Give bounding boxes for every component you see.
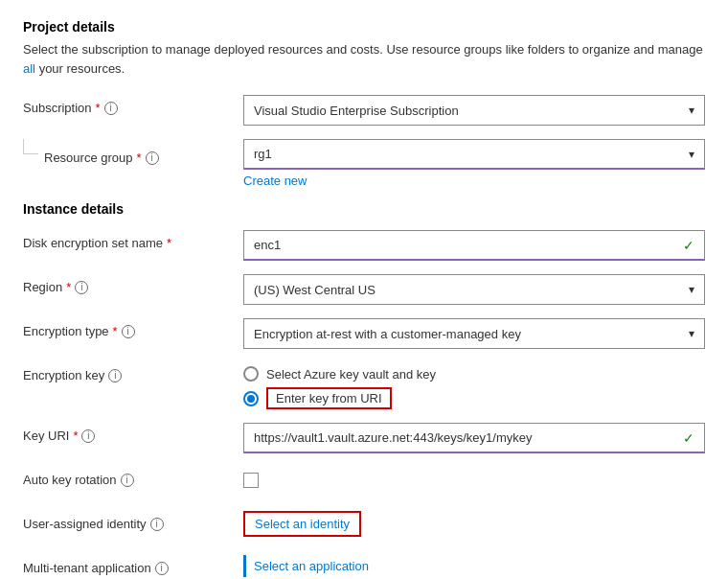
select-application-button[interactable]: Select an application — [243, 555, 705, 577]
disk-encryption-check-icon: ✓ — [683, 238, 694, 253]
encryption-key-option1-label: Select Azure key vault and key — [266, 367, 436, 382]
indent-line — [23, 139, 38, 154]
user-assigned-identity-group: User-assigned identity i Select an ident… — [23, 511, 705, 542]
resource-group-group: Resource group * i rg1 ▾ Create new — [23, 139, 705, 188]
key-uri-check-icon: ✓ — [683, 430, 694, 446]
create-new-link[interactable]: Create new — [243, 174, 307, 188]
resource-group-select[interactable]: rg1 ▾ — [243, 139, 705, 170]
key-uri-control: https://vault1.vault.azure.net:443/keys/… — [243, 423, 705, 453]
region-info-icon[interactable]: i — [75, 281, 88, 294]
key-uri-value: https://vault1.vault.azure.net:443/keys/… — [254, 430, 532, 445]
region-chevron-icon: ▾ — [689, 283, 694, 296]
encryption-key-radio2-icon — [243, 391, 259, 406]
key-uri-info-icon[interactable]: i — [81, 429, 95, 443]
resource-group-chevron-icon: ▾ — [689, 148, 694, 161]
encryption-key-option2-label: Enter key from URI — [266, 387, 392, 409]
auto-key-rotation-checkbox[interactable] — [243, 473, 259, 488]
region-label: Region * i — [23, 274, 243, 294]
subscription-chevron-icon: ▾ — [689, 104, 694, 117]
resource-group-label-container: Resource group * i — [23, 139, 243, 165]
instance-details-section: Instance details Disk encryption set nam… — [23, 201, 705, 579]
select-identity-button[interactable]: Select an identity — [243, 511, 361, 537]
region-group: Region * i (US) West Central US ▾ — [23, 274, 705, 305]
encryption-key-group: Encryption key i Select Azure key vault … — [23, 362, 705, 409]
encryption-type-select[interactable]: Encryption at-rest with a customer-manag… — [243, 318, 705, 349]
disk-encryption-name-control: enc1 ✓ — [243, 230, 705, 261]
multi-tenant-application-group: Multi-tenant application i Select an app… — [23, 555, 705, 579]
key-uri-input[interactable]: https://vault1.vault.azure.net:443/keys/… — [243, 423, 705, 453]
resource-group-value: rg1 — [254, 147, 272, 161]
encryption-key-control: Select Azure key vault and key Enter key… — [243, 362, 705, 409]
subscription-info-icon[interactable]: i — [104, 102, 118, 115]
key-uri-required: * — [73, 428, 78, 443]
auto-key-rotation-label: Auto key rotation i — [23, 467, 243, 487]
resource-group-label: Resource group * i — [44, 145, 264, 165]
resource-group-control: rg1 ▾ Create new — [243, 139, 705, 188]
encryption-type-label: Encryption type * i — [23, 318, 243, 338]
disk-encryption-name-input[interactable]: enc1 ✓ — [243, 230, 705, 261]
subscription-select[interactable]: Visual Studio Enterprise Subscription ▾ — [243, 95, 705, 126]
user-assigned-identity-control: Select an identity — [243, 511, 705, 537]
encryption-key-label: Encryption key i — [23, 362, 243, 382]
user-assigned-identity-info-icon[interactable]: i — [150, 518, 164, 531]
region-required: * — [66, 280, 71, 294]
project-details-description: Select the subscription to manage deploy… — [23, 40, 705, 78]
disk-encryption-name-label: Disk encryption set name * — [23, 230, 243, 250]
encryption-key-radio-group: Select Azure key vault and key Enter key… — [243, 362, 705, 409]
all-resources-link[interactable]: all — [23, 61, 35, 76]
region-select[interactable]: (US) West Central US ▾ — [243, 274, 705, 305]
encryption-key-option2[interactable]: Enter key from URI — [243, 387, 705, 409]
key-uri-label: Key URI * i — [23, 423, 243, 443]
region-value: (US) West Central US — [254, 283, 375, 297]
select-application-label: Select an application — [254, 559, 369, 573]
select-identity-label: Select an identity — [255, 517, 350, 531]
project-details-section: Project details Select the subscription … — [23, 19, 705, 188]
encryption-key-radio1-icon — [243, 366, 259, 382]
encryption-key-option1[interactable]: Select Azure key vault and key — [243, 366, 705, 382]
encryption-type-chevron-icon: ▾ — [689, 327, 694, 340]
subscription-control: Visual Studio Enterprise Subscription ▾ — [243, 95, 705, 126]
user-assigned-identity-label: User-assigned identity i — [23, 511, 243, 531]
encryption-type-group: Encryption type * i Encryption at-rest w… — [23, 318, 705, 349]
project-details-title: Project details — [23, 19, 705, 35]
resource-group-required: * — [137, 151, 142, 165]
resource-group-info-icon[interactable]: i — [146, 151, 159, 165]
region-control: (US) West Central US ▾ — [243, 274, 705, 305]
disk-encryption-name-group: Disk encryption set name * enc1 ✓ — [23, 230, 705, 261]
auto-key-rotation-info-icon[interactable]: i — [121, 474, 134, 487]
disk-encryption-name-value: enc1 — [254, 238, 281, 252]
key-uri-group: Key URI * i https://vault1.vault.azure.n… — [23, 423, 705, 453]
encryption-type-value: Encryption at-rest with a customer-manag… — [254, 327, 521, 341]
subscription-value: Visual Studio Enterprise Subscription — [254, 104, 459, 118]
subscription-group: Subscription * i Visual Studio Enterpris… — [23, 95, 705, 126]
encryption-type-info-icon[interactable]: i — [122, 325, 135, 338]
auto-key-rotation-group: Auto key rotation i — [23, 467, 705, 498]
multi-tenant-application-control: Select an application i You are required… — [243, 555, 705, 579]
auto-key-rotation-control — [243, 467, 705, 491]
encryption-key-info-icon[interactable]: i — [108, 369, 122, 382]
multi-tenant-application-info-icon[interactable]: i — [155, 562, 169, 575]
instance-details-title: Instance details — [23, 201, 705, 217]
subscription-label: Subscription * i — [23, 95, 243, 115]
encryption-type-control: Encryption at-rest with a customer-manag… — [243, 318, 705, 349]
subscription-required: * — [96, 101, 101, 115]
encryption-type-required: * — [113, 324, 118, 338]
disk-encryption-required: * — [167, 236, 171, 250]
multi-tenant-application-label: Multi-tenant application i — [23, 555, 243, 575]
